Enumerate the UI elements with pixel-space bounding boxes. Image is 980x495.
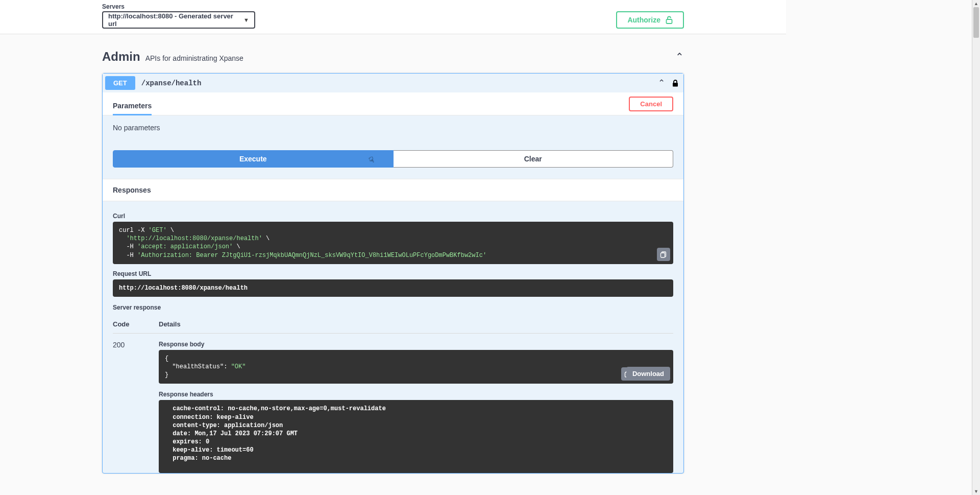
no-parameters-text: No parameters bbox=[103, 115, 683, 140]
chevron-up-icon: ⌃ bbox=[658, 78, 665, 88]
unlock-icon bbox=[666, 16, 673, 24]
authorize-button[interactable]: Authorize bbox=[616, 11, 684, 29]
request-url-block: http://localhost:8080/xpanse/health bbox=[113, 279, 673, 297]
operation-summary[interactable]: GET /xpanse/health ⌃ bbox=[103, 74, 683, 92]
curl-label: Curl bbox=[113, 213, 673, 220]
clear-button[interactable]: Clear bbox=[394, 150, 674, 168]
server-response-label: Server response bbox=[113, 304, 673, 311]
parameters-header: Parameters Cancel bbox=[103, 92, 683, 115]
method-pill: GET bbox=[105, 76, 135, 90]
copy-curl-button[interactable] bbox=[657, 248, 670, 261]
svg-rect-3 bbox=[661, 253, 665, 257]
svg-rect-0 bbox=[667, 19, 672, 23]
tag-name: Admin bbox=[102, 50, 140, 64]
chevron-down-icon: ▼ bbox=[243, 17, 249, 23]
parameters-tab[interactable]: Parameters bbox=[113, 98, 152, 115]
top-bar: Servers http://localhost:8080 - Generate… bbox=[0, 0, 786, 34]
responses-heading: Responses bbox=[103, 179, 683, 201]
servers-selected-value: http://localhost:8080 - Generated server… bbox=[108, 12, 243, 28]
cancel-button[interactable]: Cancel bbox=[629, 97, 673, 111]
authorize-label: Authorize bbox=[627, 16, 660, 24]
lock-icon[interactable] bbox=[672, 80, 678, 87]
servers-dropdown[interactable]: http://localhost:8080 - Generated server… bbox=[102, 11, 255, 29]
chevron-up-icon: ⌃ bbox=[675, 51, 684, 63]
operation-path: /xpanse/health bbox=[141, 79, 202, 87]
execute-button[interactable]: Execute bbox=[113, 150, 394, 168]
response-headers-block: cache-control: no-cache,no-store,max-age… bbox=[159, 400, 673, 473]
download-button[interactable]: Download bbox=[626, 367, 670, 381]
tag-description: APIs for administrating Xpanse bbox=[145, 54, 243, 62]
response-code: 200 bbox=[113, 341, 138, 473]
tag-admin-header[interactable]: Admin APIs for administrating Xpanse ⌃ bbox=[102, 44, 684, 73]
code-column-header: Code bbox=[113, 320, 138, 328]
curl-code-block: curl -X 'GET' \ 'http://localhost:8080/x… bbox=[113, 222, 673, 264]
scrollbar-thumb[interactable] bbox=[973, 7, 979, 38]
response-table-header: Code Details bbox=[113, 313, 673, 334]
scroll-down-arrow[interactable]: ▼ bbox=[972, 488, 980, 495]
clipboard-icon bbox=[660, 251, 667, 258]
vertical-scrollbar[interactable]: ▲ ▼ bbox=[972, 0, 980, 495]
details-column-header: Details bbox=[159, 320, 673, 328]
servers-label: Servers bbox=[102, 3, 255, 10]
response-body-label: Response body bbox=[159, 341, 673, 348]
svg-rect-1 bbox=[673, 83, 678, 87]
request-url-label: Request URL bbox=[113, 270, 673, 277]
response-headers-label: Response headers bbox=[159, 391, 673, 398]
response-body-block: { "healthStatus": "OK" }Download bbox=[159, 350, 673, 384]
opblock-get-health: GET /xpanse/health ⌃ Parameters Cancel N… bbox=[102, 73, 684, 474]
response-row: 200 Response body { "healthStatus": "OK"… bbox=[113, 334, 673, 473]
scroll-up-arrow[interactable]: ▲ bbox=[972, 0, 980, 7]
